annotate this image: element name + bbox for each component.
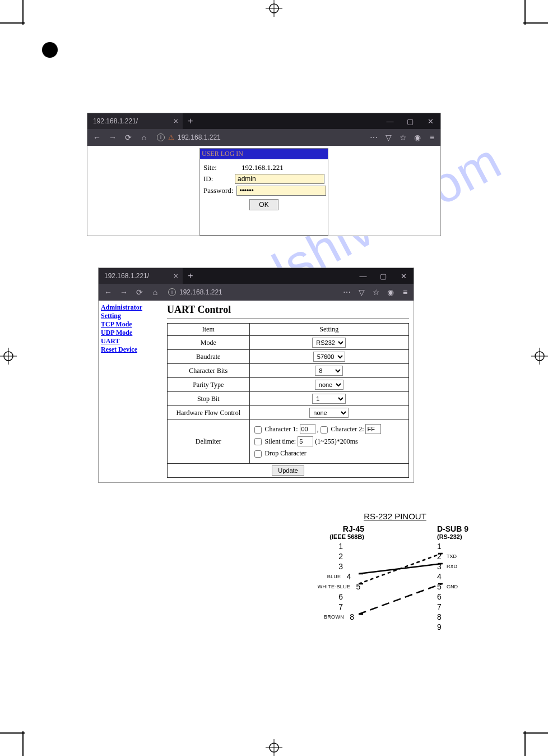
reader-icon[interactable]: ▽ (383, 133, 393, 142)
crop-mark (22, 731, 24, 756)
silent-input[interactable] (298, 436, 313, 446)
page-dot-marker (42, 42, 58, 58)
rj45-pin: 2 (335, 552, 343, 561)
row-delimiter-label: Delimiter (168, 420, 250, 464)
parity-select[interactable]: none (315, 380, 343, 390)
back-icon[interactable]: ← (102, 288, 114, 297)
site-info-icon[interactable]: i (168, 288, 176, 296)
id-input[interactable] (235, 174, 324, 184)
minimize-icon[interactable]: — (380, 113, 400, 129)
pin-color: WHITE-BLUE (318, 584, 351, 589)
row-stopbit-label: Stop Bit (168, 392, 250, 406)
reload-icon[interactable]: ⟳ (122, 133, 134, 142)
url-bar[interactable]: i ⚠ 192.168.1.221 (154, 133, 365, 141)
menu-icon[interactable]: ≡ (427, 133, 437, 142)
password-input[interactable] (236, 186, 326, 196)
charbits-select[interactable]: 8 (315, 366, 343, 376)
pin-label: GND (447, 584, 458, 589)
forward-icon[interactable]: → (106, 133, 119, 142)
row-mode-label: Mode (168, 336, 250, 350)
menu-icon[interactable]: ≡ (400, 288, 410, 297)
minimize-icon[interactable]: — (353, 268, 373, 284)
page-content: Administrator Setting TCP Mode UDP Mode … (99, 301, 414, 482)
account-icon[interactable]: ◉ (386, 288, 396, 297)
new-tab-button[interactable]: + (183, 268, 198, 284)
pin-label: RXD (447, 564, 457, 569)
char1-input[interactable] (300, 424, 315, 434)
sidebar-link-uart[interactable]: UART (101, 337, 157, 345)
rj45-pin: 8 (346, 612, 354, 621)
svg-line-14 (359, 584, 442, 614)
crop-mark (523, 732, 548, 734)
back-icon[interactable]: ← (91, 133, 103, 142)
close-icon[interactable]: ✕ (393, 268, 414, 284)
tab-close-icon[interactable]: × (174, 271, 178, 280)
char2-input[interactable] (365, 424, 381, 434)
rj45-pin: 6 (335, 592, 343, 601)
rj45-subheading: (IEEE 568B) (314, 533, 364, 540)
pinout-diagram: RS-232 PINOUT RJ-45 (IEEE 568B) 1 2 3 BL… (314, 511, 476, 632)
home-icon[interactable]: ⌂ (149, 288, 161, 297)
rj45-heading: RJ-45 (314, 524, 364, 533)
site-label: Site: (203, 163, 238, 172)
row-charbits-label: Character Bits (168, 364, 250, 378)
baudrate-select[interactable]: 57600 (313, 352, 345, 362)
crop-mark (0, 732, 25, 734)
maximize-icon[interactable]: ▢ (400, 113, 420, 129)
reader-icon[interactable]: ▽ (356, 288, 366, 297)
silent-checkbox[interactable] (254, 438, 262, 445)
password-label: Password: (203, 186, 233, 195)
home-icon[interactable]: ⌂ (138, 133, 150, 142)
bookmark-icon[interactable]: ☆ (398, 133, 408, 142)
char2-checkbox[interactable] (321, 426, 328, 434)
new-tab-button[interactable]: + (183, 113, 198, 129)
login-box: USER LOG IN Site: 192.168.1.221 ID: Pass… (199, 148, 328, 236)
stopbit-select[interactable]: 1 (312, 394, 346, 404)
tab-close-icon[interactable]: × (174, 117, 178, 126)
site-value: 192.168.1.221 (242, 163, 284, 172)
security-warning-icon: ⚠ (168, 133, 174, 141)
account-icon[interactable]: ◉ (412, 133, 422, 142)
sidebar-link-administrator[interactable]: Administrator Setting (101, 303, 157, 320)
maximize-icon[interactable]: ▢ (373, 268, 393, 284)
url-bar[interactable]: i 192.168.1.221 (165, 288, 338, 296)
silent-suffix: (1~255)*200ms (315, 437, 358, 445)
crop-mark (524, 731, 526, 756)
site-info-icon[interactable]: i (157, 133, 165, 141)
sidebar-link-udp[interactable]: UDP Mode (101, 329, 157, 337)
char1-checkbox[interactable] (254, 426, 262, 434)
registration-mark-icon (266, 739, 282, 756)
forward-icon[interactable]: → (118, 288, 130, 297)
sidebar-link-tcp[interactable]: TCP Mode (101, 320, 157, 329)
crop-mark (523, 22, 548, 24)
row-baudrate-label: Baudrate (168, 350, 250, 364)
bookmark-icon[interactable]: ☆ (371, 288, 381, 297)
more-icon[interactable]: ⋯ (342, 288, 352, 297)
browser-tab[interactable]: 192.168.1.221/ × (99, 268, 183, 284)
sidebar-link-reset[interactable]: Reset Device (101, 345, 157, 354)
toolbar: ← → ⟳ ⌂ i 192.168.1.221 ⋯ ▽ ☆ ◉ ≡ (99, 284, 414, 301)
drop-label: Drop Character (265, 449, 306, 457)
close-icon[interactable]: ✕ (420, 113, 440, 129)
reload-icon[interactable]: ⟳ (133, 288, 146, 297)
registration-mark-icon (266, 0, 282, 17)
ok-button[interactable]: OK (249, 199, 278, 210)
more-icon[interactable]: ⋯ (369, 133, 379, 142)
browser-tab[interactable]: 192.168.1.221/ × (87, 113, 183, 129)
rj45-pin: 1 (335, 542, 343, 551)
crop-mark (0, 22, 25, 24)
silent-label: Silent time: (265, 437, 296, 445)
hwflow-select[interactable]: none (309, 408, 349, 418)
toolbar: ← → ⟳ ⌂ i ⚠ 192.168.1.221 ⋯ ▽ ☆ ◉ ≡ (87, 129, 440, 146)
update-button[interactable]: Update (272, 465, 304, 476)
titlebar: 192.168.1.221/ × + — ▢ ✕ (99, 268, 414, 284)
uart-table: Item Setting Mode RS232 Baudrate 57600 C… (167, 323, 409, 478)
drop-checkbox[interactable] (254, 450, 262, 458)
mode-select[interactable]: RS232 (312, 338, 346, 348)
sidebar: Administrator Setting TCP Mode UDP Mode … (99, 301, 159, 357)
rj45-pin: 7 (335, 602, 343, 611)
crop-mark (22, 0, 24, 25)
page-title: UART Control (167, 304, 409, 316)
crop-mark (524, 0, 526, 25)
url-text: 192.168.1.221 (179, 288, 222, 296)
